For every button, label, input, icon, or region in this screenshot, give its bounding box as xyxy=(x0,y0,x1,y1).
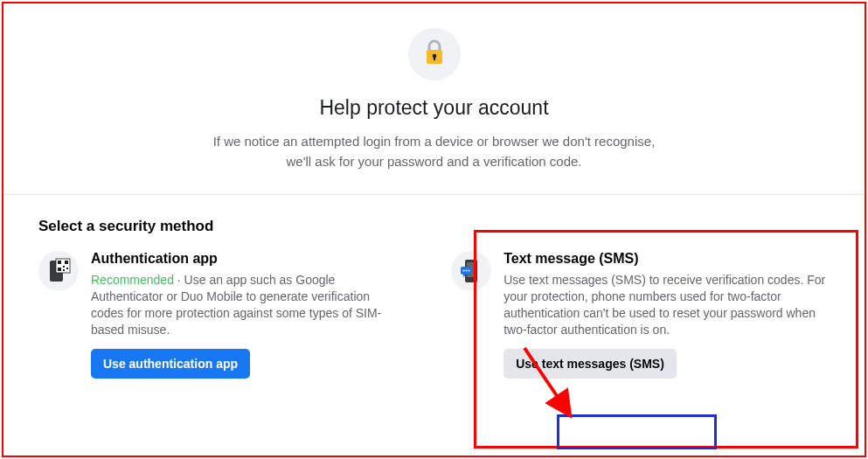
lock-icon xyxy=(421,39,448,69)
auth-app-description: Recommended · Use an app such as Google … xyxy=(91,272,399,338)
methods-section: Select a security method xyxy=(3,195,865,396)
sms-body: Text message (SMS) Use text messages (SM… xyxy=(503,251,830,379)
sms-icon-circle xyxy=(451,251,491,291)
sms-title: Text message (SMS) xyxy=(503,251,830,267)
method-card-sms: Text message (SMS) Use text messages (SM… xyxy=(451,251,830,379)
page-frame: Help protect your account If we notice a… xyxy=(2,2,866,457)
svg-point-17 xyxy=(469,270,470,272)
svg-rect-10 xyxy=(63,269,65,271)
methods-row: Authentication app Recommended · Use an … xyxy=(38,251,830,379)
phone-sms-icon xyxy=(459,258,483,284)
sms-description: Use text messages (SMS) to receive verif… xyxy=(503,272,830,338)
auth-app-title: Authentication app xyxy=(91,251,399,267)
svg-rect-7 xyxy=(58,268,61,271)
method-card-auth-app: Authentication app Recommended · Use an … xyxy=(38,251,399,379)
use-sms-button[interactable]: Use text messages (SMS) xyxy=(503,349,677,379)
svg-rect-8 xyxy=(63,266,65,268)
svg-rect-5 xyxy=(58,261,61,264)
page-description: If we notice an attempted login from a d… xyxy=(207,132,662,171)
qr-phone-icon xyxy=(45,258,72,284)
methods-heading: Select a security method xyxy=(38,218,830,235)
page-title: Help protect your account xyxy=(21,96,847,120)
use-auth-app-button[interactable]: Use authentication app xyxy=(91,349,250,379)
recommended-label: Recommended xyxy=(91,273,174,287)
svg-point-15 xyxy=(463,270,465,272)
auth-app-icon-circle xyxy=(38,251,79,291)
svg-point-16 xyxy=(466,270,468,272)
lock-icon-circle xyxy=(408,28,461,80)
header-section: Help protect your account If we notice a… xyxy=(3,3,865,195)
svg-rect-6 xyxy=(65,261,68,264)
svg-rect-2 xyxy=(433,56,434,60)
auth-app-body: Authentication app Recommended · Use an … xyxy=(91,251,399,379)
svg-rect-9 xyxy=(66,268,68,269)
